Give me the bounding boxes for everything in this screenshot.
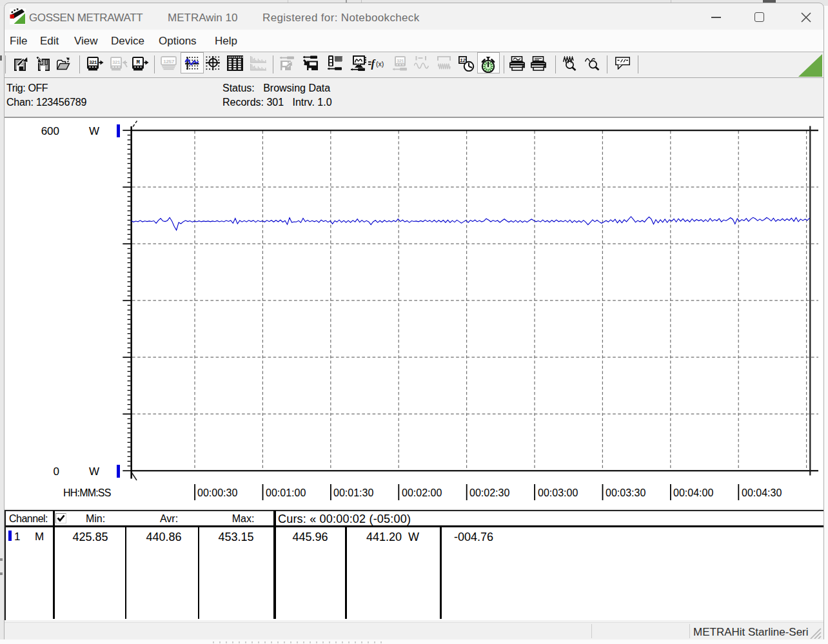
svg-text:321: 321	[397, 59, 404, 64]
svg-text:12: 12	[460, 57, 466, 63]
svg-text:(x): (x)	[376, 60, 384, 68]
svg-text:321: 321	[89, 60, 97, 65]
svg-text:M: M	[137, 59, 140, 66]
svg-text:1257: 1257	[163, 59, 175, 64]
svg-text:321: 321	[112, 60, 121, 65]
